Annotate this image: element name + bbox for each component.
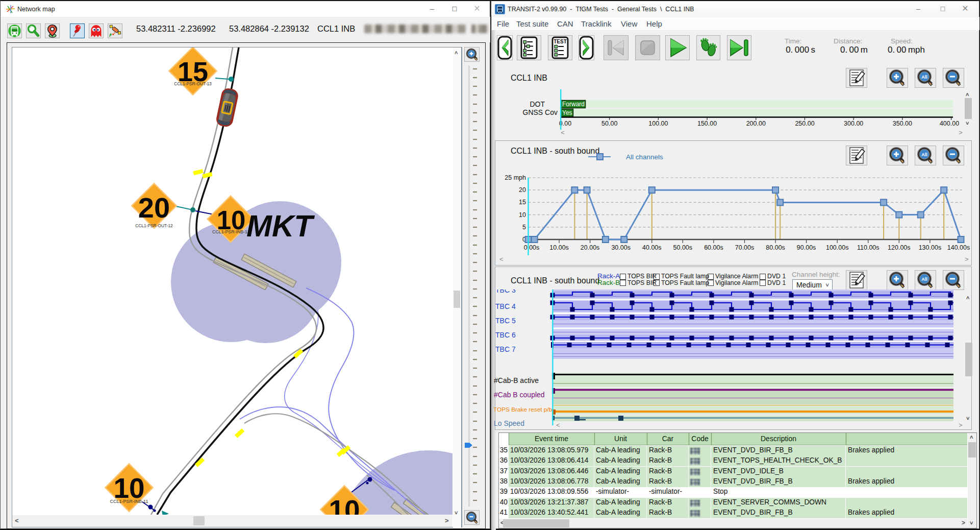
svg-text:˂: ˂	[499, 255, 504, 263]
svg-text:˃: ˃	[959, 421, 963, 429]
svg-text:0.00s: 0.00s	[524, 244, 540, 251]
svg-text:30.00s: 30.00s	[611, 244, 631, 251]
svg-text:40.00s: 40.00s	[642, 244, 662, 251]
svg-text:120.00s: 120.00s	[888, 244, 910, 251]
svg-text:110.00s: 110.00s	[857, 244, 880, 251]
svg-text:CCL1-PSR-INB-13: CCL1-PSR-INB-13	[212, 229, 250, 234]
svg-text:5: 5	[522, 224, 526, 231]
svg-text:All: All	[921, 75, 927, 80]
svg-text:50.00: 50.00	[601, 120, 617, 127]
svg-text:20: 20	[519, 186, 526, 194]
svg-text:350.00: 350.00	[893, 120, 912, 127]
svg-text:10.00s: 10.00s	[549, 244, 569, 251]
svg-text:200.00: 200.00	[746, 120, 766, 127]
svg-text:˃: ˃	[959, 129, 963, 136]
svg-text:20.00s: 20.00s	[581, 244, 600, 251]
svg-text:CCL1-PSR-OUT-12: CCL1-PSR-OUT-12	[135, 223, 173, 228]
svg-text:Forward: Forward	[562, 101, 585, 108]
svg-text:20: 20	[138, 191, 170, 224]
svg-text:50.00s: 50.00s	[673, 244, 693, 251]
svg-text:CCL1-PSR-OUT-13: CCL1-PSR-OUT-13	[174, 81, 212, 86]
svg-text:130.00s: 130.00s	[919, 244, 941, 251]
svg-text:150.00: 150.00	[697, 120, 717, 127]
svg-text:250.00: 250.00	[795, 120, 814, 127]
svg-text:˂: ˂	[561, 129, 565, 136]
svg-text:˂: ˂	[556, 421, 560, 429]
svg-text:TEST: TEST	[554, 39, 567, 44]
svg-text:400.00: 400.00	[940, 120, 959, 127]
svg-text:10: 10	[329, 494, 360, 515]
svg-text:300.00: 300.00	[844, 120, 863, 127]
svg-text:˃: ˃	[965, 255, 969, 263]
svg-text:100.00s: 100.00s	[826, 244, 848, 251]
svg-text:80.00s: 80.00s	[766, 244, 785, 251]
svg-text:Yes: Yes	[562, 109, 572, 116]
svg-text:15: 15	[519, 199, 526, 206]
svg-text:90.00s: 90.00s	[797, 244, 816, 251]
svg-text:100.00: 100.00	[648, 120, 668, 127]
svg-text:CCL1-PSR-INB-11: CCL1-PSR-INB-11	[110, 499, 148, 504]
svg-text:60.00s: 60.00s	[704, 244, 723, 251]
svg-text:MKT: MKT	[246, 209, 315, 243]
svg-text:140.00s: 140.00s	[947, 244, 970, 251]
svg-text:10: 10	[519, 211, 526, 219]
svg-text:25 mph: 25 mph	[505, 174, 526, 181]
svg-text:GNSS Cov: GNSS Cov	[523, 108, 558, 116]
svg-text:70.00s: 70.00s	[735, 244, 755, 251]
svg-text:DOT: DOT	[530, 100, 545, 108]
